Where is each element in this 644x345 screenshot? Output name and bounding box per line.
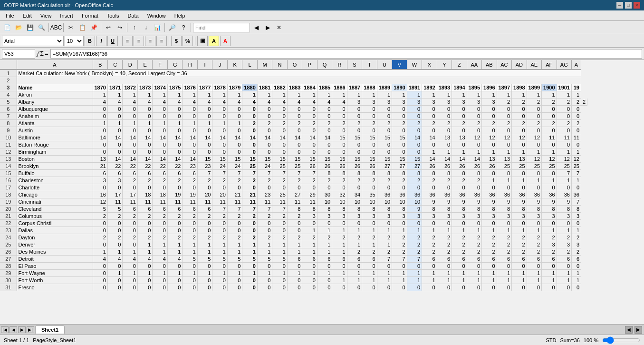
cut-btn[interactable]: ✂ [66, 22, 76, 33]
menu-window[interactable]: Window [144, 12, 170, 20]
underline-btn[interactable]: U [107, 36, 118, 46]
col-header-y[interactable]: Y [437, 60, 452, 69]
col-header-w[interactable]: W [407, 60, 422, 69]
currency-btn[interactable]: $ [171, 36, 182, 46]
col-header-c[interactable]: C [107, 60, 122, 69]
minimize-btn[interactable]: ─ [616, 2, 623, 9]
sheet-scroll-right[interactable]: ▶ [634, 326, 642, 334]
find-next-btn[interactable]: ▶ [262, 22, 273, 33]
data-cell: 0 [287, 263, 302, 270]
formula-icon[interactable]: 𝑓 [37, 50, 39, 58]
close-btn[interactable]: ✕ [634, 2, 640, 9]
bg-color-btn[interactable]: A [209, 36, 219, 46]
close-find-btn[interactable]: ✕ [274, 22, 284, 33]
cell-reference[interactable]: V53 [2, 49, 35, 59]
spellcheck-btn[interactable]: ABC [51, 22, 61, 33]
formula-input[interactable] [50, 49, 642, 59]
font-select[interactable]: Arial [2, 36, 64, 46]
menu-file[interactable]: File [2, 12, 18, 20]
sort-asc-btn[interactable]: ↑ [129, 22, 140, 33]
align-center-btn[interactable]: ≡ [134, 36, 144, 46]
col-header-x[interactable]: X [422, 60, 437, 69]
menu-format[interactable]: Format [78, 12, 102, 20]
col-header-aa[interactable]: AA [467, 60, 481, 69]
menu-insert[interactable]: Insert [56, 12, 77, 20]
data-cell: 4 [317, 99, 332, 106]
data-cell: 0 [572, 220, 581, 227]
sheet-first-btn[interactable]: |◀ [1, 326, 9, 333]
col-header-j[interactable]: J [212, 60, 227, 69]
sort-desc-btn[interactable]: ↓ [141, 22, 151, 33]
menu-tools[interactable]: Tools [103, 12, 123, 20]
col-header-m[interactable]: M [257, 60, 272, 69]
col-header-e[interactable]: E [137, 60, 152, 69]
col-header-v[interactable]: V [392, 60, 407, 69]
chart-btn[interactable]: 📊 [152, 22, 163, 33]
col-header-g[interactable]: G [167, 60, 182, 69]
table-row: 10Baltimore14141414141414141414141414141… [0, 134, 587, 141]
print-preview-btn[interactable]: 🔍 [36, 22, 47, 33]
menu-view[interactable]: View [37, 12, 56, 20]
col-header-k[interactable]: K [227, 60, 242, 69]
col-header-p[interactable]: P [302, 60, 317, 69]
sheet-next-btn[interactable]: ▶ [18, 326, 26, 333]
open-btn[interactable]: 📂 [13, 22, 24, 33]
col-header-ae[interactable]: AE [527, 60, 541, 69]
col-header-b[interactable]: B [93, 60, 107, 69]
redo-btn[interactable]: ↪ [115, 22, 125, 33]
menu-edit[interactable]: Edit [19, 12, 36, 20]
bold-btn[interactable]: B [85, 36, 95, 46]
menu-data[interactable]: Data [124, 12, 142, 20]
align-justify-btn[interactable]: ≡ [156, 36, 167, 46]
zoom-slider[interactable] [602, 336, 640, 339]
find-btn[interactable]: 🔎 [167, 22, 177, 33]
col-header-a[interactable]: A [17, 60, 93, 69]
font-size-select[interactable]: 10 [65, 36, 84, 46]
save-btn[interactable]: 💾 [25, 22, 35, 33]
sheet-last-btn[interactable]: ▶| [27, 326, 34, 333]
col-header-af[interactable]: AF [542, 60, 557, 69]
paste-btn[interactable]: 📌 [88, 22, 99, 33]
col-header-ag[interactable]: AG [557, 60, 571, 69]
col-header-f[interactable]: F [153, 60, 167, 69]
col-header-u[interactable]: U [377, 60, 392, 69]
col-header-h[interactable]: H [183, 60, 197, 69]
col-header-s[interactable]: S [347, 60, 362, 69]
copy-btn[interactable]: 📋 [77, 22, 87, 33]
col-header-ad[interactable]: AD [512, 60, 527, 69]
col-header-n[interactable]: N [272, 60, 287, 69]
col-header-l[interactable]: L [242, 60, 257, 69]
col-header-ab[interactable]: AB [482, 60, 497, 69]
col-header-ac[interactable]: AC [497, 60, 511, 69]
undo-btn[interactable]: ↩ [103, 22, 114, 33]
sheet-scroll-left[interactable]: ◀ [625, 326, 633, 334]
help-btn[interactable]: ? [178, 22, 189, 33]
col-header-d[interactable]: D [123, 60, 137, 69]
font-color-btn[interactable]: A [220, 36, 231, 46]
col-header-o[interactable]: O [287, 60, 302, 69]
col-header-t[interactable]: T [362, 60, 377, 69]
border-btn[interactable]: ▣ [197, 36, 208, 46]
maximize-btn[interactable]: □ [625, 2, 632, 9]
col-header-r[interactable]: R [332, 60, 347, 69]
col-header-q[interactable]: Q [317, 60, 332, 69]
italic-btn[interactable]: I [96, 36, 106, 46]
align-left-btn[interactable]: ≡ [122, 36, 133, 46]
sheet-tab-1[interactable]: Sheet1 [35, 325, 65, 334]
data-cell: 36 [437, 191, 452, 198]
spreadsheet[interactable]: A B C D E F G H I J K L M N O P Q [0, 60, 644, 338]
data-cell: 7 [407, 256, 422, 263]
equals-icon[interactable]: = [45, 50, 48, 57]
col-header-ah[interactable]: A [572, 60, 581, 69]
find-input[interactable] [193, 23, 250, 32]
percent-btn[interactable]: % [183, 36, 193, 46]
sheet-prev-btn[interactable]: ◀ [10, 326, 17, 333]
col-header-z[interactable]: Z [452, 60, 467, 69]
menu-help[interactable]: Help [171, 12, 189, 20]
sum-icon[interactable]: Σ [40, 50, 44, 57]
col-header-i[interactable]: I [197, 60, 212, 69]
align-right-btn[interactable]: ≡ [145, 36, 155, 46]
new-btn[interactable]: 📄 [2, 22, 12, 33]
data-cell: 0 [467, 106, 481, 113]
find-prev-btn[interactable]: ◀ [251, 22, 261, 33]
